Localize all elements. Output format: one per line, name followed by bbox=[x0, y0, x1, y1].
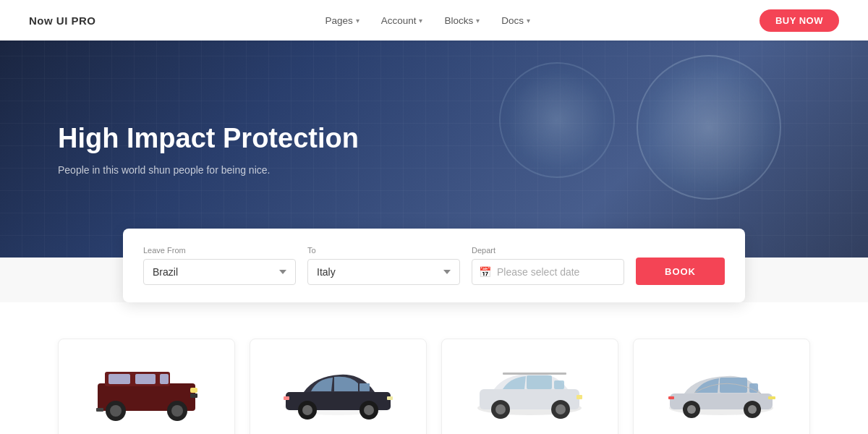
pages-chevron-icon: ▾ bbox=[356, 17, 359, 25]
brand-logo: Now UI PRO bbox=[29, 14, 96, 27]
car-card-g63amg: G63 AMG BOOK NOW bbox=[58, 339, 235, 434]
svg-rect-8 bbox=[160, 374, 169, 384]
svg-rect-23 bbox=[527, 375, 552, 389]
leave-from-select[interactable]: Brazil USA France Germany bbox=[143, 259, 296, 285]
car-image-glc bbox=[465, 354, 595, 426]
hero-decoration-circle2 bbox=[499, 62, 615, 178]
svg-rect-29 bbox=[576, 395, 582, 399]
nav-menu: Pages ▾ Account ▾ Blocks ▾ Docs ▾ bbox=[316, 11, 539, 30]
to-select[interactable]: Italy Spain Japan Canada bbox=[307, 259, 460, 285]
navbar: Now UI PRO Pages ▾ Account ▾ Blocks ▾ Do… bbox=[0, 0, 868, 41]
booking-section: Leave From Brazil USA France Germany To … bbox=[0, 258, 868, 302]
date-input[interactable] bbox=[472, 259, 624, 285]
svg-point-16 bbox=[302, 405, 312, 415]
svg-rect-19 bbox=[387, 396, 393, 400]
car-card-glc: GLC BOOK NOW bbox=[441, 339, 618, 434]
blocks-chevron-icon: ▾ bbox=[476, 17, 480, 25]
car-image-g63amg bbox=[82, 354, 212, 426]
docs-chevron-icon: ▾ bbox=[527, 17, 530, 25]
car-image-cls bbox=[657, 354, 787, 426]
leave-from-label: Leave From bbox=[143, 246, 296, 255]
hero-decoration-circle1 bbox=[637, 55, 781, 200]
svg-rect-33 bbox=[720, 378, 747, 393]
svg-point-26 bbox=[495, 404, 506, 414]
svg-rect-40 bbox=[668, 396, 674, 399]
booking-card: Leave From Brazil USA France Germany To … bbox=[123, 229, 745, 302]
to-field: To Italy Spain Japan Canada bbox=[307, 246, 460, 285]
svg-point-38 bbox=[748, 405, 757, 414]
cars-section: G63 AMG BOOK NOW bbox=[0, 302, 868, 434]
svg-point-18 bbox=[364, 405, 374, 415]
svg-rect-39 bbox=[768, 396, 775, 399]
to-label: To bbox=[307, 246, 460, 255]
svg-rect-7 bbox=[135, 374, 156, 384]
hero-title: High Impact Protection bbox=[58, 122, 359, 156]
svg-rect-9 bbox=[190, 388, 197, 393]
nav-blocks[interactable]: Blocks ▾ bbox=[435, 11, 488, 30]
depart-label: Depart bbox=[472, 246, 624, 255]
car-image-smaybach bbox=[273, 354, 404, 426]
svg-rect-30 bbox=[503, 373, 566, 375]
date-wrapper: 📅 bbox=[472, 259, 624, 285]
svg-point-36 bbox=[687, 405, 696, 414]
svg-point-3 bbox=[110, 405, 122, 417]
hero-subtitle: People in this world shun people for bei… bbox=[58, 164, 359, 176]
leave-from-field: Leave From Brazil USA France Germany bbox=[143, 246, 296, 285]
car-card-smaybach: S Maybach BOOK NOW bbox=[250, 339, 427, 434]
svg-rect-14 bbox=[359, 383, 370, 391]
book-button[interactable]: BOOK bbox=[636, 258, 725, 285]
svg-rect-10 bbox=[190, 393, 197, 398]
svg-rect-24 bbox=[554, 380, 564, 389]
account-chevron-icon: ▾ bbox=[419, 17, 422, 25]
car-card-cls: CLS BOOK NOW bbox=[633, 339, 810, 434]
nav-docs[interactable]: Docs ▾ bbox=[493, 11, 539, 30]
nav-account[interactable]: Account ▾ bbox=[373, 11, 432, 30]
svg-rect-6 bbox=[109, 374, 130, 384]
svg-rect-11 bbox=[96, 408, 103, 412]
svg-point-28 bbox=[556, 404, 566, 414]
buy-now-button[interactable]: BUY NOW bbox=[760, 9, 839, 32]
hero-content: High Impact Protection People in this wo… bbox=[0, 122, 417, 176]
svg-rect-20 bbox=[284, 396, 289, 400]
depart-field: Depart 📅 bbox=[472, 246, 624, 285]
svg-point-5 bbox=[171, 405, 183, 417]
nav-pages[interactable]: Pages ▾ bbox=[316, 11, 367, 30]
cars-grid: G63 AMG BOOK NOW bbox=[58, 339, 810, 434]
hero-section: High Impact Protection People in this wo… bbox=[0, 41, 868, 258]
